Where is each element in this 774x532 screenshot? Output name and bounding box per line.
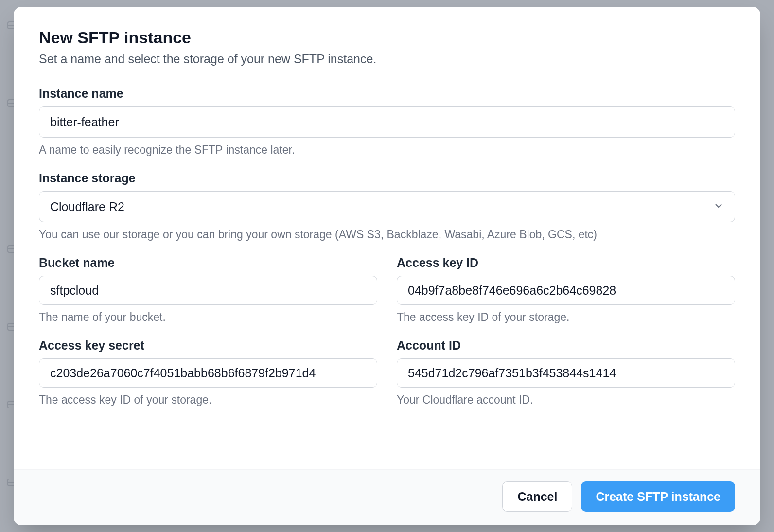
modal-footer: Cancel Create SFTP instance xyxy=(14,469,760,525)
instance-storage-label: Instance storage xyxy=(39,171,735,185)
bucket-name-help: The name of your bucket. xyxy=(39,311,377,324)
instance-name-label: Instance name xyxy=(39,87,735,101)
cancel-button[interactable]: Cancel xyxy=(502,481,572,512)
instance-name-help: A name to easily recognize the SFTP inst… xyxy=(39,143,735,157)
field-account-id: Account ID Your Cloudflare account ID. xyxy=(397,338,735,407)
field-access-key-secret: Access key secret The access key ID of y… xyxy=(39,338,377,407)
access-key-secret-input[interactable] xyxy=(39,358,377,388)
access-key-id-label: Access key ID xyxy=(397,256,735,270)
access-key-id-input[interactable] xyxy=(397,276,735,305)
account-id-help: Your Cloudflare account ID. xyxy=(397,393,735,407)
field-instance-name: Instance name A name to easily recognize… xyxy=(39,87,735,157)
modal-subtitle: Set a name and select the storage of you… xyxy=(39,52,735,66)
access-key-id-help: The access key ID of your storage. xyxy=(397,311,735,324)
row-secret-account: Access key secret The access key ID of y… xyxy=(39,338,735,421)
new-sftp-instance-modal: New SFTP instance Set a name and select … xyxy=(14,7,760,525)
modal-title: New SFTP instance xyxy=(39,28,735,47)
instance-storage-select-wrap: Cloudflare R2 xyxy=(39,191,735,222)
field-access-key-id: Access key ID The access key ID of your … xyxy=(397,256,735,324)
field-bucket-name: Bucket name The name of your bucket. xyxy=(39,256,377,324)
bucket-name-input[interactable] xyxy=(39,276,377,305)
modal-body: New SFTP instance Set a name and select … xyxy=(14,7,760,469)
access-key-secret-label: Access key secret xyxy=(39,338,377,353)
instance-storage-help: You can use our storage or you can bring… xyxy=(39,228,735,241)
account-id-input[interactable] xyxy=(397,358,735,388)
account-id-label: Account ID xyxy=(397,338,735,353)
create-sftp-instance-button[interactable]: Create SFTP instance xyxy=(581,481,735,512)
access-key-secret-help: The access key ID of your storage. xyxy=(39,393,377,407)
row-bucket-access-key: Bucket name The name of your bucket. Acc… xyxy=(39,256,735,338)
instance-name-input[interactable] xyxy=(39,106,735,138)
field-instance-storage: Instance storage Cloudflare R2 You can u… xyxy=(39,171,735,241)
bucket-name-label: Bucket name xyxy=(39,256,377,270)
instance-storage-select[interactable]: Cloudflare R2 xyxy=(39,191,735,222)
